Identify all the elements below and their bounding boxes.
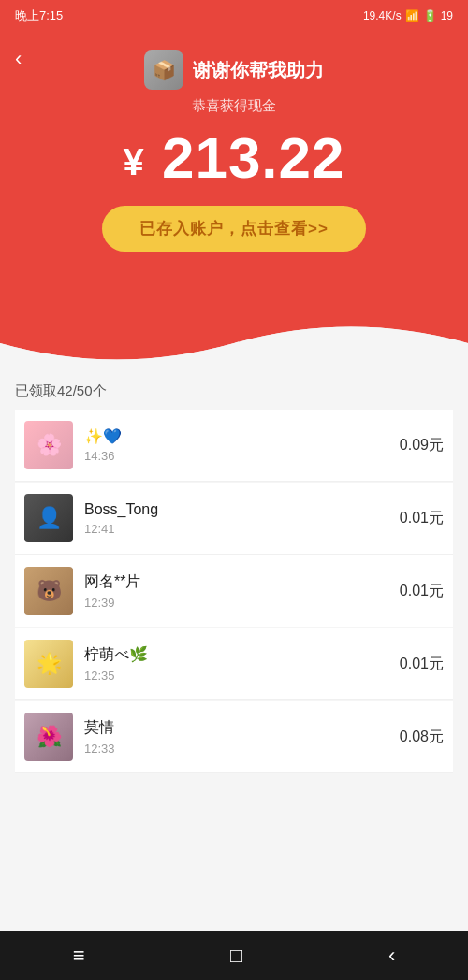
bottom-nav: ≡ □ ‹ xyxy=(0,931,468,980)
back-nav-icon[interactable]: ‹ xyxy=(388,944,395,968)
amount-display: ¥ 213.22 xyxy=(0,124,468,191)
network-speed: 19.4K/s xyxy=(363,9,402,22)
home-icon[interactable]: □ xyxy=(230,944,242,968)
main-title: 谢谢你帮我助力 xyxy=(193,58,324,83)
currency-symbol: ¥ xyxy=(123,141,144,182)
wave-divider xyxy=(0,315,468,371)
helper-info: ✨💙 14:36 xyxy=(84,427,390,463)
helper-name: 网名**片 xyxy=(84,572,390,592)
helper-list: 🌸 ✨💙 14:36 0.09元 👤 Boss_Tong 12:41 0.01元… xyxy=(15,410,453,773)
helper-time: 12:33 xyxy=(84,742,390,756)
white-section: 已领取42/50个 🌸 ✨💙 14:36 0.09元 👤 Boss_Tong 1… xyxy=(0,382,468,789)
helper-info: 网名**片 12:39 xyxy=(84,572,390,610)
helper-info: 柠萌べ🌿 12:35 xyxy=(84,645,390,683)
menu-icon[interactable]: ≡ xyxy=(73,944,85,968)
battery-level: 19 xyxy=(441,9,453,22)
amount-value: 213.22 xyxy=(162,125,345,190)
signal-icon: 📶 xyxy=(405,9,419,22)
helper-amount: 0.09元 xyxy=(400,436,444,455)
helper-time: 12:35 xyxy=(84,669,390,683)
helper-amount: 0.01元 xyxy=(400,582,444,601)
list-item: 👤 Boss_Tong 12:41 0.01元 xyxy=(15,483,453,555)
battery-icon: 🔋 xyxy=(423,9,437,22)
list-item: 🌺 莫情 12:33 0.08元 xyxy=(15,701,453,773)
helper-amount: 0.01元 xyxy=(400,509,444,528)
back-button[interactable]: ‹ xyxy=(15,47,22,71)
helper-avatar: 🐻 xyxy=(24,567,73,615)
list-item: 🌟 柠萌べ🌿 12:35 0.01元 xyxy=(15,628,453,700)
helper-amount: 0.08元 xyxy=(400,728,444,747)
helper-time: 12:41 xyxy=(84,522,390,536)
helper-name: ✨💙 xyxy=(84,427,390,445)
sub-title: 恭喜获得现金 xyxy=(0,97,468,115)
helper-name: 莫情 xyxy=(84,718,390,738)
helper-avatar: 🌸 xyxy=(24,421,73,469)
avatar-title-row: 📦 谢谢你帮我助力 xyxy=(0,32,468,97)
helper-time: 12:39 xyxy=(84,596,390,610)
status-time: 晚上7:15 xyxy=(15,7,63,24)
helper-name: Boss_Tong xyxy=(84,501,390,518)
status-right: 19.4K/s 📶 🔋 19 xyxy=(363,9,453,22)
helper-avatar: 🌟 xyxy=(24,640,73,688)
list-item: 🐻 网名**片 12:39 0.01元 xyxy=(15,555,453,627)
cta-button[interactable]: 已存入账户，点击查看>> xyxy=(102,206,366,252)
collected-label: 已领取42/50个 xyxy=(15,382,453,400)
helper-name: 柠萌べ🌿 xyxy=(84,645,390,665)
helper-avatar: 🌺 xyxy=(24,713,73,761)
helper-amount: 0.01元 xyxy=(400,655,444,674)
helper-avatar: 👤 xyxy=(24,494,73,542)
helper-time: 14:36 xyxy=(84,449,390,463)
list-item: 🌸 ✨💙 14:36 0.09元 xyxy=(15,410,453,482)
helper-info: Boss_Tong 12:41 xyxy=(84,501,390,536)
status-bar: 晚上7:15 19.4K/s 📶 🔋 19 xyxy=(0,0,468,32)
helper-info: 莫情 12:33 xyxy=(84,718,390,756)
red-header-section: ‹ 📦 谢谢你帮我助力 恭喜获得现金 ¥ 213.22 已存入账户，点击查看>> xyxy=(0,32,468,317)
sender-avatar: 📦 xyxy=(144,50,183,90)
